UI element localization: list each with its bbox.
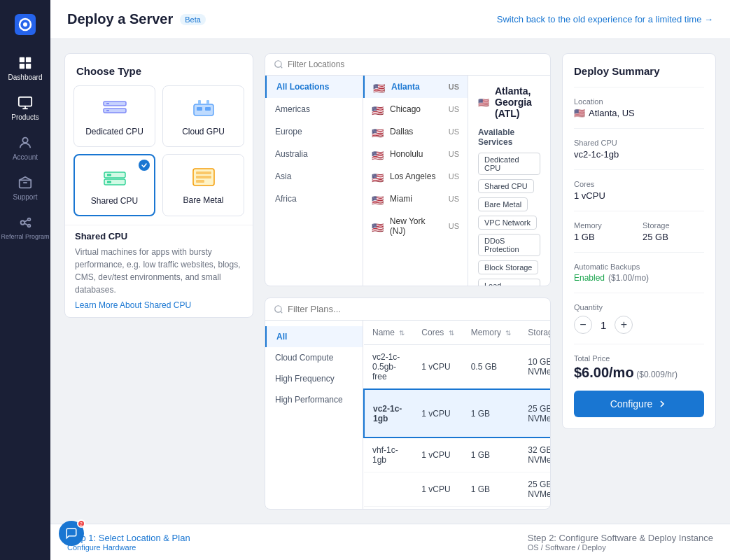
svg-line-34 bbox=[281, 66, 283, 69]
region-africa[interactable]: Africa bbox=[265, 188, 363, 210]
location-filter-input[interactable] bbox=[288, 59, 542, 69]
middle-panel: All Locations Americas Europe Australia … bbox=[265, 53, 551, 510]
summary-total-price: Total Price $6.00/mo ($0.009/hr) bbox=[574, 354, 704, 381]
plan-cat-all[interactable]: All bbox=[265, 326, 363, 347]
sidebar-item-referral[interactable]: Referral Program bbox=[0, 208, 50, 248]
configure-button[interactable]: Configure bbox=[574, 391, 704, 417]
plan-cat-high-performance[interactable]: High Performance bbox=[265, 389, 363, 410]
summary-quantity: Quantity − 1 + bbox=[574, 303, 704, 334]
sidebar-item-dashboard[interactable]: Dashboard bbox=[0, 48, 50, 88]
quantity-decrease-button[interactable]: − bbox=[574, 316, 592, 334]
step-2-sub: OS / Software / Deploy bbox=[528, 543, 713, 552]
city-miami[interactable]: 🇺🇸 Miami US bbox=[363, 188, 468, 210]
old-experience-link[interactable]: Switch back to the old experience for a … bbox=[497, 14, 713, 24]
right-panel: Deploy Summary Location 🇺🇸 Atlanta, US S… bbox=[562, 53, 716, 510]
type-grid: Dedicated CPU Cloud GPU bbox=[65, 85, 253, 225]
sidebar-item-products[interactable]: Products bbox=[0, 88, 50, 128]
city-new-york[interactable]: 🇺🇸 New York (NJ) US bbox=[363, 210, 468, 242]
region-list: All Locations Americas Europe Australia … bbox=[265, 76, 363, 286]
sidebar-item-account[interactable]: Account bbox=[0, 128, 50, 168]
svg-rect-18 bbox=[106, 103, 109, 104]
available-services-header: Available Services bbox=[478, 127, 540, 147]
plans-filter-input[interactable] bbox=[288, 304, 542, 314]
region-europe[interactable]: Europe bbox=[265, 120, 363, 143]
step-1-info: Step 1: Select Location & Plan Configure… bbox=[67, 533, 190, 552]
plan-memory-free: 0.5 GB bbox=[463, 345, 520, 390]
col-cores[interactable]: Cores ⇅ bbox=[413, 321, 462, 345]
city-honolulu[interactable]: 🇺🇸 Honolulu US bbox=[363, 143, 468, 165]
type-card-shared[interactable]: Shared CPU bbox=[73, 154, 155, 217]
service-tag-dedicated: Dedicated CPU bbox=[478, 153, 540, 175]
plan-categories: All Cloud Compute High Frequency High Pe… bbox=[265, 321, 363, 509]
summary-storage: Storage 25 GB bbox=[643, 221, 704, 242]
deploy-summary-header: Deploy Summary bbox=[574, 65, 704, 77]
plan-row-4[interactable]: 1 vCPU 1 GB 25 GB NVMe 0 TB $6.00/mo bbox=[364, 472, 550, 507]
plan-row-1gb[interactable]: vc2-1c-1gb 1 vCPU 1 GB 25 GB NVMe 1 TB/m… bbox=[364, 389, 550, 438]
shared-cpu-description: Shared CPU Virtual machines for apps wit… bbox=[65, 225, 253, 317]
svg-rect-19 bbox=[106, 110, 109, 111]
type-card-cloud-gpu[interactable]: Cloud GPU bbox=[162, 85, 244, 147]
backup-enabled-badge: Enabled bbox=[574, 273, 605, 283]
choose-type-header: Choose Type bbox=[65, 54, 253, 85]
col-storage[interactable]: Storage ⇅ bbox=[519, 321, 550, 345]
city-dallas[interactable]: 🇺🇸 Dallas US bbox=[363, 120, 468, 143]
plan-table: Name ⇅ Cores ⇅ Memory ⇅ Storage ⇅ Bandwi… bbox=[363, 321, 550, 507]
city-chicago[interactable]: 🇺🇸 Chicago US bbox=[363, 98, 468, 120]
step-2-info: Step 2: Configure Software & Deploy Inst… bbox=[528, 533, 713, 552]
col-memory[interactable]: Memory ⇅ bbox=[463, 321, 520, 345]
city-los-angeles[interactable]: 🇺🇸 Los Angeles US bbox=[363, 165, 468, 188]
region-asia[interactable]: Asia bbox=[265, 165, 363, 188]
city-list: 🇺🇸 Atlanta US 🇺🇸 Chicago US 🇺🇸 Dallas bbox=[363, 76, 468, 286]
main-area: Deploy a Server Beta Switch back to the … bbox=[50, 0, 730, 560]
sidebar-logo bbox=[15, 8, 36, 48]
plan-name-vhf: vhf-1c-1gb bbox=[364, 438, 413, 472]
svg-rect-23 bbox=[198, 100, 201, 104]
backup-price: ($1.00/mo) bbox=[608, 273, 649, 283]
learn-more-link[interactable]: Learn More About Shared CPU bbox=[75, 300, 191, 310]
service-tag-load-balancers: Load Balancers bbox=[478, 279, 540, 286]
service-tag-shared: Shared CPU bbox=[478, 179, 534, 193]
type-card-dedicated[interactable]: Dedicated CPU bbox=[73, 85, 155, 147]
svg-point-35 bbox=[275, 305, 281, 312]
type-card-bare-metal[interactable]: Bare Metal bbox=[162, 154, 244, 217]
topbar: Deploy a Server Beta Switch back to the … bbox=[50, 0, 730, 39]
summary-storage-value: 25 GB bbox=[643, 232, 704, 242]
region-americas[interactable]: Americas bbox=[265, 98, 363, 120]
plan-cores-free: 1 vCPU bbox=[413, 345, 462, 390]
service-tag-bare-metal: Bare Metal bbox=[478, 197, 528, 211]
svg-rect-21 bbox=[197, 107, 202, 111]
configure-arrow-icon bbox=[657, 398, 668, 410]
plan-memory-4: 1 GB bbox=[463, 472, 520, 507]
plan-memory-vhf: 1 GB bbox=[463, 438, 520, 472]
summary-memory-value: 1 GB bbox=[574, 232, 636, 242]
quantity-increase-button[interactable]: + bbox=[615, 316, 633, 334]
plan-cores-1gb: 1 vCPU bbox=[413, 389, 462, 438]
plan-cat-high-frequency[interactable]: High Frequency bbox=[265, 368, 363, 389]
summary-location: Location 🇺🇸 Atlanta, US bbox=[574, 97, 704, 118]
plan-cat-cloud-compute[interactable]: Cloud Compute bbox=[265, 347, 363, 368]
plan-row-free[interactable]: vc2-1c-0.5gb-free 1 vCPU 0.5 GB 10 GB NV… bbox=[364, 345, 550, 390]
plan-cores-4: 1 vCPU bbox=[413, 472, 462, 507]
location-detail: 🇺🇸 Atlanta, Georgia (ATL) Available Serv… bbox=[468, 76, 550, 286]
sidebar-item-support[interactable]: Support bbox=[0, 168, 50, 208]
plan-row-vhf[interactable]: vhf-1c-1gb 1 vCPU 1 GB 32 GB NVMe 1 TB/m… bbox=[364, 438, 550, 472]
city-atlanta[interactable]: 🇺🇸 Atlanta US bbox=[363, 76, 468, 98]
page-title: Deploy a Server bbox=[67, 11, 173, 27]
svg-point-12 bbox=[28, 218, 31, 221]
chat-fab[interactable]: 2 bbox=[59, 521, 84, 546]
step-1-label: Step 1: Select Location & Plan bbox=[67, 533, 190, 543]
svg-rect-30 bbox=[196, 172, 211, 174]
svg-rect-28 bbox=[107, 181, 111, 183]
region-australia[interactable]: Australia bbox=[265, 143, 363, 165]
svg-point-13 bbox=[28, 225, 31, 227]
svg-line-14 bbox=[24, 220, 28, 222]
summary-cores-value: 1 vCPU bbox=[574, 190, 704, 201]
search-icon bbox=[274, 59, 283, 69]
svg-rect-32 bbox=[196, 180, 204, 183]
summary-location-value: Atlanta, US bbox=[589, 108, 635, 118]
region-all[interactable]: All Locations bbox=[265, 76, 363, 98]
svg-point-10 bbox=[22, 138, 27, 143]
col-name[interactable]: Name ⇅ bbox=[364, 321, 413, 345]
plan-cores-vhf: 1 vCPU bbox=[413, 438, 462, 472]
selected-city-name: Atlanta, Georgia (ATL) bbox=[495, 85, 540, 119]
